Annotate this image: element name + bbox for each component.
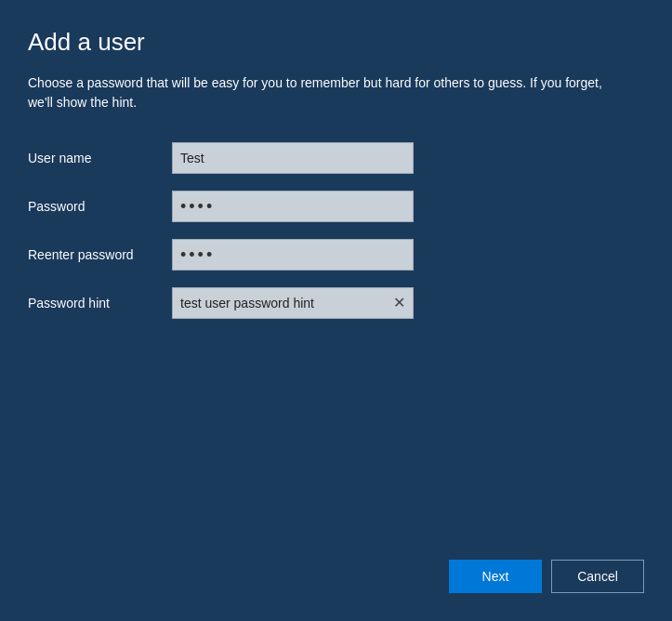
form-area: User name Password Reenter password Pass… <box>28 142 644 560</box>
username-row: User name <box>28 142 644 174</box>
cancel-button[interactable]: Cancel <box>551 560 644 593</box>
username-input[interactable] <box>172 142 414 174</box>
clear-hint-button[interactable]: ✕ <box>389 294 408 312</box>
footer: Next Cancel <box>28 560 644 602</box>
page-title: Add a user <box>28 28 644 57</box>
username-label: User name <box>28 151 172 165</box>
add-user-dialog: Add a user Choose a password that will b… <box>0 0 672 621</box>
page-description: Choose a password that will be easy for … <box>28 73 623 112</box>
password-hint-row: Password hint ✕ <box>28 287 644 319</box>
reenter-password-input[interactable] <box>172 239 414 271</box>
password-row: Password <box>28 191 644 222</box>
password-hint-wrapper: ✕ <box>172 287 414 319</box>
password-hint-label: Password hint <box>28 296 172 310</box>
password-label: Password <box>28 199 172 214</box>
reenter-password-row: Reenter password <box>28 239 644 271</box>
reenter-password-label: Reenter password <box>28 247 172 262</box>
password-hint-input[interactable] <box>172 287 414 319</box>
next-button[interactable]: Next <box>449 560 542 593</box>
password-input[interactable] <box>172 191 414 222</box>
